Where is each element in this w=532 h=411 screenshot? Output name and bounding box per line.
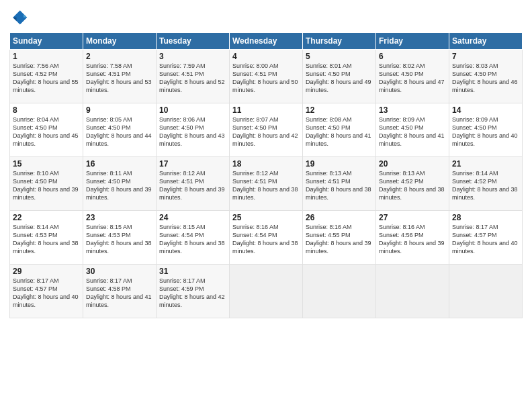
calendar-week-row: 22Sunrise: 8:14 AMSunset: 4:53 PMDayligh… bbox=[10, 211, 523, 265]
day-number: 1 bbox=[13, 52, 80, 61]
calendar-cell: 26Sunrise: 8:16 AMSunset: 4:55 PMDayligh… bbox=[303, 211, 376, 265]
calendar-cell: 25Sunrise: 8:16 AMSunset: 4:54 PMDayligh… bbox=[230, 211, 303, 265]
calendar-header-wednesday: Wednesday bbox=[230, 33, 303, 50]
cell-info: Sunrise: 8:17 AMSunset: 4:57 PMDaylight:… bbox=[452, 223, 519, 256]
cell-info: Sunrise: 8:01 AMSunset: 4:50 PMDaylight:… bbox=[306, 62, 373, 95]
day-number: 14 bbox=[452, 105, 519, 115]
day-number: 22 bbox=[13, 213, 80, 222]
calendar-cell: 8Sunrise: 8:04 AMSunset: 4:50 PMDaylight… bbox=[10, 103, 83, 157]
calendar-cell: 31Sunrise: 8:17 AMSunset: 4:59 PMDayligh… bbox=[157, 265, 230, 318]
day-number: 11 bbox=[232, 105, 300, 115]
cell-info: Sunrise: 8:11 AMSunset: 4:50 PMDaylight:… bbox=[86, 169, 153, 202]
calendar-cell: 27Sunrise: 8:16 AMSunset: 4:56 PMDayligh… bbox=[376, 211, 449, 265]
calendar-week-row: 29Sunrise: 8:17 AMSunset: 4:57 PMDayligh… bbox=[10, 265, 523, 318]
calendar-cell: 30Sunrise: 8:17 AMSunset: 4:58 PMDayligh… bbox=[83, 265, 157, 318]
day-number: 30 bbox=[86, 267, 153, 276]
cell-info: Sunrise: 8:00 AMSunset: 4:51 PMDaylight:… bbox=[232, 62, 300, 95]
day-number: 23 bbox=[86, 213, 153, 222]
day-number: 21 bbox=[452, 159, 519, 169]
calendar-cell: 21Sunrise: 8:14 AMSunset: 4:52 PMDayligh… bbox=[449, 157, 523, 211]
calendar-cell: 13Sunrise: 8:09 AMSunset: 4:50 PMDayligh… bbox=[376, 103, 449, 157]
calendar-cell: 2Sunrise: 7:58 AMSunset: 4:51 PMDaylight… bbox=[83, 50, 157, 103]
cell-info: Sunrise: 7:59 AMSunset: 4:51 PMDaylight:… bbox=[159, 62, 226, 95]
calendar-cell: 28Sunrise: 8:17 AMSunset: 4:57 PMDayligh… bbox=[449, 211, 523, 265]
cell-info: Sunrise: 8:13 AMSunset: 4:52 PMDaylight:… bbox=[379, 169, 446, 202]
calendar-cell: 5Sunrise: 8:01 AMSunset: 4:50 PMDaylight… bbox=[303, 50, 376, 103]
day-number: 24 bbox=[159, 213, 226, 222]
day-number: 17 bbox=[159, 159, 226, 169]
calendar-cell: 22Sunrise: 8:14 AMSunset: 4:53 PMDayligh… bbox=[10, 211, 83, 265]
calendar-table: SundayMondayTuesdayWednesdayThursdayFrid… bbox=[9, 32, 523, 318]
cell-info: Sunrise: 8:12 AMSunset: 4:51 PMDaylight:… bbox=[232, 169, 300, 202]
calendar-week-row: 8Sunrise: 8:04 AMSunset: 4:50 PMDaylight… bbox=[10, 103, 523, 157]
calendar-cell: 11Sunrise: 8:07 AMSunset: 4:50 PMDayligh… bbox=[230, 103, 303, 157]
calendar-week-row: 15Sunrise: 8:10 AMSunset: 4:50 PMDayligh… bbox=[10, 157, 523, 211]
calendar-cell: 6Sunrise: 8:02 AMSunset: 4:50 PMDaylight… bbox=[376, 50, 449, 103]
calendar-cell: 3Sunrise: 7:59 AMSunset: 4:51 PMDaylight… bbox=[157, 50, 230, 103]
calendar-cell: 4Sunrise: 8:00 AMSunset: 4:51 PMDaylight… bbox=[230, 50, 303, 103]
cell-info: Sunrise: 8:16 AMSunset: 4:56 PMDaylight:… bbox=[379, 223, 446, 256]
day-number: 12 bbox=[306, 105, 373, 115]
cell-info: Sunrise: 8:09 AMSunset: 4:50 PMDaylight:… bbox=[452, 116, 519, 148]
cell-info: Sunrise: 8:16 AMSunset: 4:54 PMDaylight:… bbox=[232, 223, 300, 256]
calendar-cell: 29Sunrise: 8:17 AMSunset: 4:57 PMDayligh… bbox=[10, 265, 83, 318]
calendar-cell bbox=[376, 265, 449, 318]
calendar-cell bbox=[303, 265, 376, 318]
day-number: 13 bbox=[379, 105, 446, 115]
day-number: 9 bbox=[86, 105, 153, 115]
day-number: 2 bbox=[86, 52, 153, 61]
cell-info: Sunrise: 8:17 AMSunset: 4:58 PMDaylight:… bbox=[86, 277, 153, 310]
cell-info: Sunrise: 8:13 AMSunset: 4:51 PMDaylight:… bbox=[306, 169, 373, 202]
cell-info: Sunrise: 8:02 AMSunset: 4:50 PMDaylight:… bbox=[379, 62, 446, 95]
day-number: 10 bbox=[159, 105, 226, 115]
page-container: SundayMondayTuesdayWednesdayThursdayFrid… bbox=[0, 0, 532, 411]
calendar-cell: 7Sunrise: 8:03 AMSunset: 4:50 PMDaylight… bbox=[449, 50, 523, 103]
calendar-cell: 1Sunrise: 7:56 AMSunset: 4:52 PMDaylight… bbox=[10, 50, 83, 103]
cell-info: Sunrise: 8:07 AMSunset: 4:50 PMDaylight:… bbox=[232, 116, 300, 148]
calendar-cell: 17Sunrise: 8:12 AMSunset: 4:51 PMDayligh… bbox=[157, 157, 230, 211]
calendar-header-thursday: Thursday bbox=[303, 33, 376, 50]
header bbox=[9, 8, 523, 27]
day-number: 19 bbox=[306, 159, 373, 169]
cell-info: Sunrise: 8:16 AMSunset: 4:55 PMDaylight:… bbox=[306, 223, 373, 256]
cell-info: Sunrise: 8:05 AMSunset: 4:50 PMDaylight:… bbox=[86, 116, 153, 148]
cell-info: Sunrise: 8:15 AMSunset: 4:53 PMDaylight:… bbox=[86, 223, 153, 256]
cell-info: Sunrise: 8:14 AMSunset: 4:52 PMDaylight:… bbox=[452, 169, 519, 202]
calendar-cell: 12Sunrise: 8:08 AMSunset: 4:50 PMDayligh… bbox=[303, 103, 376, 157]
cell-info: Sunrise: 8:06 AMSunset: 4:50 PMDaylight:… bbox=[159, 116, 226, 148]
calendar-header-row: SundayMondayTuesdayWednesdayThursdayFrid… bbox=[10, 33, 523, 50]
day-number: 16 bbox=[86, 159, 153, 169]
day-number: 20 bbox=[379, 159, 446, 169]
calendar-cell: 9Sunrise: 8:05 AMSunset: 4:50 PMDaylight… bbox=[83, 103, 157, 157]
cell-info: Sunrise: 8:17 AMSunset: 4:59 PMDaylight:… bbox=[159, 277, 226, 310]
calendar-header-friday: Friday bbox=[376, 33, 449, 50]
cell-info: Sunrise: 8:17 AMSunset: 4:57 PMDaylight:… bbox=[13, 277, 80, 310]
day-number: 27 bbox=[379, 213, 446, 222]
calendar-cell: 20Sunrise: 8:13 AMSunset: 4:52 PMDayligh… bbox=[376, 157, 449, 211]
cell-info: Sunrise: 7:56 AMSunset: 4:52 PMDaylight:… bbox=[13, 62, 80, 95]
cell-info: Sunrise: 8:12 AMSunset: 4:51 PMDaylight:… bbox=[159, 169, 226, 202]
calendar-cell: 10Sunrise: 8:06 AMSunset: 4:50 PMDayligh… bbox=[157, 103, 230, 157]
day-number: 18 bbox=[232, 159, 300, 169]
calendar-header-monday: Monday bbox=[83, 33, 157, 50]
calendar-cell: 18Sunrise: 8:12 AMSunset: 4:51 PMDayligh… bbox=[230, 157, 303, 211]
calendar-cell: 14Sunrise: 8:09 AMSunset: 4:50 PMDayligh… bbox=[449, 103, 523, 157]
calendar-cell: 15Sunrise: 8:10 AMSunset: 4:50 PMDayligh… bbox=[10, 157, 83, 211]
day-number: 29 bbox=[13, 267, 80, 276]
day-number: 15 bbox=[13, 159, 80, 169]
calendar-cell: 24Sunrise: 8:15 AMSunset: 4:54 PMDayligh… bbox=[157, 211, 230, 265]
day-number: 28 bbox=[452, 213, 519, 222]
day-number: 5 bbox=[306, 52, 373, 61]
cell-info: Sunrise: 8:04 AMSunset: 4:50 PMDaylight:… bbox=[13, 116, 80, 148]
day-number: 25 bbox=[232, 213, 300, 222]
cell-info: Sunrise: 8:03 AMSunset: 4:50 PMDaylight:… bbox=[452, 62, 519, 95]
day-number: 26 bbox=[306, 213, 373, 222]
calendar-week-row: 1Sunrise: 7:56 AMSunset: 4:52 PMDaylight… bbox=[10, 50, 523, 103]
day-number: 8 bbox=[13, 105, 80, 115]
cell-info: Sunrise: 8:08 AMSunset: 4:50 PMDaylight:… bbox=[306, 116, 373, 148]
calendar-header-sunday: Sunday bbox=[10, 33, 83, 50]
calendar-header-saturday: Saturday bbox=[449, 33, 523, 50]
calendar-cell bbox=[449, 265, 523, 318]
day-number: 7 bbox=[452, 52, 519, 61]
day-number: 6 bbox=[379, 52, 446, 61]
